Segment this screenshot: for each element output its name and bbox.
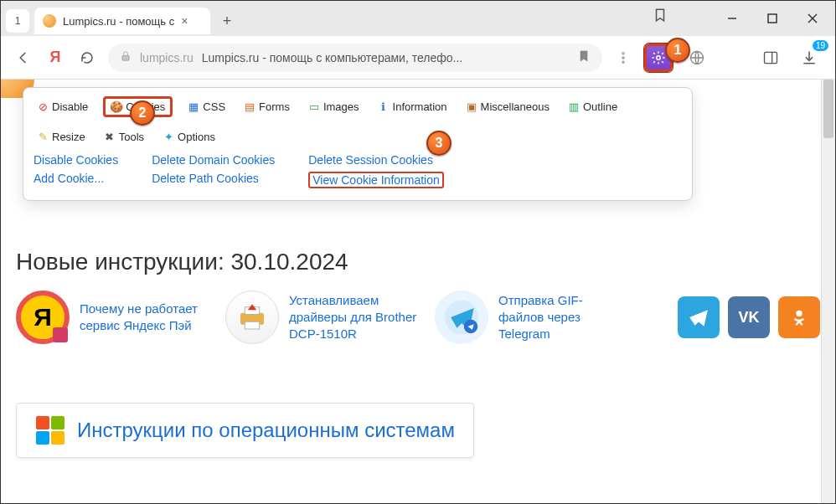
vertical-scrollbar[interactable] [821, 80, 835, 504]
window-controls [715, 1, 830, 36]
tools-icon: ✖ [104, 131, 116, 143]
printer-icon [225, 291, 279, 344]
os-instructions-box[interactable]: Инструкции по операционным системам [16, 403, 474, 458]
tab-strip: 1 Lumpics.ru - помощь с × + [1, 1, 835, 36]
devtab-disable[interactable]: ⊘Disable [34, 99, 91, 115]
articles-row: Я Почему не работает сервис Яндекс Пэй У… [16, 291, 820, 344]
devcol-1: Disable Cookies Add Cookie... [34, 153, 118, 188]
maximize-button[interactable] [755, 6, 790, 31]
devtab-misc[interactable]: ▣Miscellaneous [462, 99, 553, 115]
favicon-icon [43, 14, 56, 28]
outline-icon: ▥ [568, 101, 580, 113]
reader-mode-icon[interactable] [577, 49, 591, 65]
social-vk[interactable]: VK [728, 296, 770, 338]
svg-rect-15 [245, 321, 260, 329]
bookmark-flag-icon[interactable] [653, 8, 668, 25]
svg-point-18 [796, 311, 802, 316]
new-tab-button[interactable]: + [215, 9, 239, 33]
disable-icon: ⊘ [37, 101, 49, 113]
svg-point-7 [622, 61, 624, 63]
tab-index-tile[interactable]: 1 [6, 9, 29, 33]
article-link-2[interactable]: Устанавливаем драйверы для Brother DCP-1… [289, 292, 418, 343]
url-page-title: Lumpics.ru - помощь с компьютерами, теле… [202, 51, 462, 64]
svg-point-8 [657, 55, 661, 59]
webdev-toolbar-panel: ⊘Disable 🍪Cookies ▦CSS ▤Forms ▭Images ℹI… [23, 87, 693, 201]
devcol-2: Delete Domain Cookies Delete Path Cookie… [152, 153, 275, 188]
link-delete-domain-cookies[interactable]: Delete Domain Cookies [152, 153, 275, 167]
yandex-home-icon[interactable]: Я [44, 47, 66, 69]
devtab-css[interactable]: ▦CSS [184, 99, 229, 115]
minimize-button[interactable] [715, 6, 750, 31]
yandex-y-label: Я [50, 49, 61, 66]
options-icon: ✦ [163, 131, 174, 143]
kebab-menu-icon[interactable] [612, 47, 634, 69]
yandex-pay-icon: Я [16, 291, 70, 344]
lock-icon [120, 50, 132, 64]
close-tab-icon[interactable]: × [181, 14, 188, 28]
social-telegram[interactable] [678, 296, 720, 338]
svg-rect-1 [768, 14, 777, 23]
article-link-3[interactable]: Отправка GIF-файлов через Telegram [498, 292, 627, 343]
devtab-tools[interactable]: ✖Tools [101, 129, 147, 145]
address-box[interactable]: lumpics.ru Lumpics.ru - помощь с компьют… [108, 44, 602, 72]
social-buttons: VK [678, 296, 820, 338]
tab-index-label: 1 [15, 15, 21, 27]
back-button[interactable] [13, 47, 34, 69]
social-ok[interactable] [778, 296, 820, 338]
devtab-information[interactable]: ℹInformation [374, 99, 451, 115]
webdev-tab-row: ⊘Disable 🍪Cookies ▦CSS ▤Forms ▭Images ℹI… [34, 96, 682, 145]
annotation-3: 3 [426, 131, 452, 156]
devtab-resize[interactable]: ✎Resize [34, 129, 89, 145]
webdev-submenu: Disable Cookies Add Cookie... Delete Dom… [34, 153, 682, 188]
address-bar-row: Я lumpics.ru Lumpics.ru - помощь с компь… [1, 36, 835, 80]
article-card-2[interactable]: Устанавливаем драйверы для Brother DCP-1… [225, 291, 418, 344]
link-view-cookie-information[interactable]: View Cookie Information [308, 172, 443, 188]
downloads-button[interactable]: 19 [795, 44, 823, 72]
windows-logo-icon [35, 415, 65, 445]
article-card-1[interactable]: Я Почему не работает сервис Яндекс Пэй [16, 291, 209, 344]
sidebar-extension-icon[interactable] [756, 44, 785, 72]
devtab-outline[interactable]: ▥Outline [565, 99, 621, 115]
article-card-3[interactable]: Отправка GIF-файлов через Telegram [435, 291, 627, 344]
cookie-icon: 🍪 [111, 101, 122, 113]
svg-rect-4 [122, 55, 129, 60]
svg-point-6 [622, 56, 624, 58]
os-instructions-title: Инструкции по операционным системам [77, 419, 455, 442]
svg-point-5 [622, 52, 624, 54]
scrollbar-thumb[interactable] [823, 80, 833, 138]
devtab-images[interactable]: ▭Images [305, 99, 363, 115]
link-disable-cookies[interactable]: Disable Cookies [34, 153, 118, 167]
link-delete-path-cookies[interactable]: Delete Path Cookies [152, 172, 275, 185]
devtab-options[interactable]: ✦Options [159, 129, 219, 145]
annotation-2: 2 [130, 100, 155, 126]
close-window-button[interactable] [795, 6, 830, 31]
devcol-3: Delete Session Cookies View Cookie Infor… [308, 153, 443, 188]
css-icon: ▦ [188, 101, 199, 113]
info-icon: ℹ [378, 101, 390, 113]
browser-tab[interactable]: Lumpics.ru - помощь с × [34, 8, 210, 34]
page-content: ⊘Disable 🍪Cookies ▦CSS ▤Forms ▭Images ℹI… [1, 80, 835, 504]
annotation-1: 1 [665, 38, 690, 63]
link-delete-session-cookies[interactable]: Delete Session Cookies [308, 153, 443, 167]
link-add-cookie[interactable]: Add Cookie... [34, 172, 118, 185]
devtab-forms[interactable]: ▤Forms [240, 99, 293, 115]
svg-rect-10 [765, 52, 777, 63]
forms-icon: ▤ [244, 101, 255, 113]
telegram-gif-icon [435, 291, 488, 344]
downloads-badge: 19 [813, 40, 828, 51]
resize-icon: ✎ [37, 131, 49, 143]
misc-icon: ▣ [466, 101, 477, 113]
reload-button[interactable] [76, 47, 98, 69]
tab-title: Lumpics.ru - помощь с [63, 15, 174, 28]
images-icon: ▭ [308, 101, 320, 113]
new-instructions-heading: Новые инструкции: 30.10.2024 [16, 249, 820, 275]
article-link-1[interactable]: Почему не работает сервис Яндекс Пэй [80, 301, 209, 335]
url-domain: lumpics.ru [140, 51, 194, 64]
